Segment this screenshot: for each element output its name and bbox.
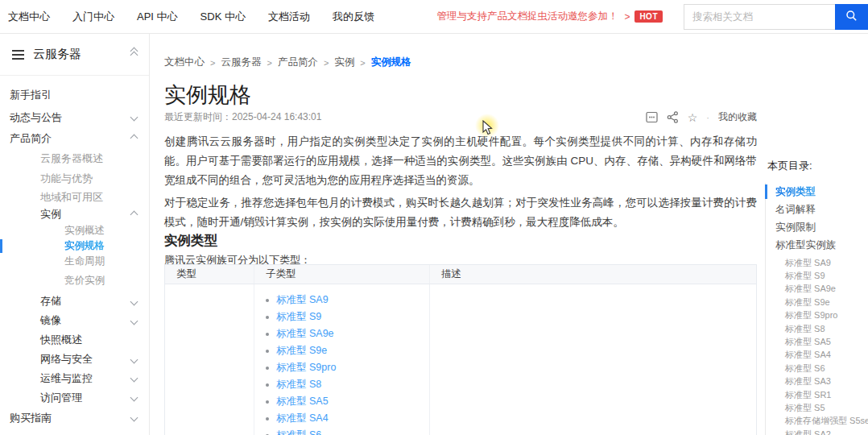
nav-getting-started-center[interactable]: 入门中心 <box>72 10 114 24</box>
sidebar-item-announcements[interactable]: 动态与公告 <box>0 106 149 128</box>
intro-paragraph-1: 创建腾讯云云服务器时，用户指定的实例类型决定了实例的主机硬件配置。每个实例类型提… <box>164 132 757 190</box>
last-updated-time: 2025-04-24 16:43:01 <box>232 111 321 122</box>
toc-item-standard-s8[interactable]: 标准型 S8 <box>766 322 868 335</box>
sidebar-item-purchase-guide[interactable]: 购买指南 <box>0 408 149 428</box>
breadcrumb-separator: > <box>324 58 329 68</box>
toc-item-glossary[interactable]: 名词解释 <box>766 201 868 218</box>
link-standard-sa9e[interactable]: 标准型 SA9e <box>276 327 334 341</box>
toc-item-standard-s9[interactable]: 标准型 S9 <box>766 269 868 282</box>
chevron-up-icon <box>130 135 138 143</box>
docs-page: 文档中心 入门中心 API 中心 SDK 中心 文档活动 我的反馈 管理与支持产… <box>0 0 868 435</box>
menu-hamburger-icon[interactable] <box>12 48 24 62</box>
list-item: 标准型 S6 <box>266 427 429 435</box>
my-favorites-link[interactable]: 我的收藏 <box>718 110 757 124</box>
subtype-link-list: 标准型 SA9 标准型 S9 标准型 SA9e 标准型 S9e 标准型 S9pr… <box>254 284 429 435</box>
breadcrumb-instances[interactable]: 实例 <box>334 56 354 69</box>
link-standard-sa9[interactable]: 标准型 SA9 <box>276 293 329 307</box>
toc-item-instance-types[interactable]: 实例类型 <box>766 183 868 201</box>
favorite-star-icon[interactable]: ☆ <box>688 112 698 123</box>
toc-item-instance-limits[interactable]: 实例限制 <box>766 218 868 236</box>
toc-item-standard-s6[interactable]: 标准型 S6 <box>766 362 868 375</box>
chevron-down-icon <box>130 414 138 422</box>
link-standard-sa5[interactable]: 标准型 SA5 <box>276 395 329 408</box>
sidebar-item-lifecycle[interactable]: 生命周期 <box>0 254 149 269</box>
list-item: 标准型 S9e <box>266 342 429 359</box>
chevron-down-icon <box>130 355 138 363</box>
chevron-up-icon <box>130 210 138 218</box>
sidebar-item-instances[interactable]: 实例 <box>0 205 149 223</box>
sidebar-item-instance-overview[interactable]: 实例概述 <box>0 223 149 238</box>
link-standard-s9[interactable]: 标准型 S9 <box>276 310 321 324</box>
sidebar-item-images[interactable]: 镜像 <box>0 311 149 330</box>
breadcrumb-separator: > <box>267 58 271 68</box>
bullet-icon <box>266 383 269 387</box>
sidebar-product-title: 云服务器 <box>33 47 81 62</box>
toc-item-standard-family[interactable]: 标准型实例族 <box>766 236 868 254</box>
sidebar-item-network-security[interactable]: 网络与安全 <box>0 350 149 369</box>
sidebar-item-instance-specs[interactable]: 实例规格 <box>0 238 149 254</box>
toc-item-standard-s5[interactable]: 标准型 S5 <box>766 401 868 414</box>
toc-item-standard-sa3[interactable]: 标准型 SA3 <box>766 375 868 388</box>
sidebar-item-snapshot-overview[interactable]: 快照概述 <box>0 330 149 350</box>
nav-my-feedback[interactable]: 我的反馈 <box>333 10 374 24</box>
chevron-down-icon <box>130 297 138 305</box>
sidebar-item-getting-started[interactable]: 新手指引 <box>0 84 149 106</box>
search-button[interactable] <box>835 4 868 30</box>
toc-item-standard-sa5[interactable]: 标准型 SA5 <box>766 335 868 348</box>
toc-list: 实例类型 名词解释 实例限制 标准型实例族 标准型 SA9 标准型 S9 标准型… <box>765 183 868 435</box>
table-header-subtype: 子类型 <box>254 265 430 284</box>
table-cell-subtypes: 标准型 SA9 标准型 S9 标准型 SA9e 标准型 S9e 标准型 S9pr… <box>254 284 430 435</box>
mouse-cursor <box>482 120 494 139</box>
sidebar-item-product-intro[interactable]: 产品简介 <box>0 128 149 148</box>
sidebar-item-regions-zones[interactable]: 地域和可用区 <box>0 188 149 205</box>
chevron-down-icon <box>130 114 138 122</box>
link-standard-sa4[interactable]: 标准型 SA4 <box>276 412 329 425</box>
list-item: 标准型 SA5 <box>266 393 429 410</box>
link-standard-s8[interactable]: 标准型 S8 <box>276 378 321 392</box>
nav-doc-center[interactable]: 文档中心 <box>8 10 50 24</box>
toc-item-standard-sa9e[interactable]: 标准型 SA9e <box>766 283 868 296</box>
collapse-all-icon[interactable] <box>131 51 137 59</box>
article-meta-row: 最近更新时间：2025-04-24 16:43:01 <box>164 110 757 124</box>
sidebar-item-spot-instances[interactable]: 竞价实例 <box>0 269 149 292</box>
table-header-description: 描述 <box>430 265 756 284</box>
toc-item-standard-sa9[interactable]: 标准型 SA9 <box>766 256 868 269</box>
table-header-type: 类型 <box>165 265 254 284</box>
hot-badge: HOT <box>634 10 663 23</box>
toc-item-standard-s9pro[interactable]: 标准型 S9pro <box>766 309 868 322</box>
sidebar-item-access-management[interactable]: 访问管理 <box>0 387 149 408</box>
nav-api-center[interactable]: API 中心 <box>137 10 178 24</box>
nav-sdk-center[interactable]: SDK 中心 <box>200 10 246 24</box>
breadcrumb-docs-home[interactable]: 文档中心 <box>164 56 205 69</box>
toc-item-standard-sa4[interactable]: 标准型 SA4 <box>766 349 868 362</box>
toc-item-standard-sr1[interactable]: 标准型 SR1 <box>766 388 868 401</box>
nav-doc-activity[interactable]: 文档活动 <box>268 10 310 24</box>
toc-item-storage-enhanced-s5se[interactable]: 标准存储增强型 S5se <box>766 415 868 428</box>
toc-item-standard-s9e[interactable]: 标准型 S9e <box>766 296 868 309</box>
share-icon[interactable] <box>667 111 679 123</box>
last-updated-label: 最近更新时间： <box>164 111 232 122</box>
sidebar: 云服务器 新手指引 动态与公告 产品简介 云服务器概述 功能与优势 地域和可用区… <box>0 34 150 435</box>
dot-separator: · <box>706 113 709 122</box>
link-standard-s6[interactable]: 标准型 S6 <box>276 429 321 435</box>
link-standard-s9pro[interactable]: 标准型 S9pro <box>276 361 336 375</box>
sidebar-header: 云服务器 <box>0 34 149 76</box>
search-icon <box>845 10 858 24</box>
sidebar-item-label: 网络与安全 <box>40 352 93 367</box>
sidebar-item-label: 镜像 <box>40 313 61 328</box>
sidebar-item-features[interactable]: 功能与优势 <box>0 168 149 188</box>
link-standard-s9e[interactable]: 标准型 S9e <box>276 344 327 358</box>
breadcrumb-product-intro[interactable]: 产品简介 <box>278 56 318 69</box>
breadcrumb-current-page: 实例规格 <box>371 56 411 69</box>
sidebar-item-ops-monitoring[interactable]: 运维与监控 <box>0 369 149 387</box>
sidebar-item-label: 购买指南 <box>10 411 52 425</box>
breadcrumb-cvm[interactable]: 云服务器 <box>221 56 261 69</box>
search-input[interactable] <box>684 4 835 30</box>
sidebar-item-label: 访问管理 <box>40 391 82 405</box>
sidebar-item-storage[interactable]: 存储 <box>0 292 149 311</box>
sidebar-item-label: 新手指引 <box>10 88 52 102</box>
promo-notice-link[interactable]: 管理与支持产品文档捉虫活动邀您参加！ <box>436 10 618 23</box>
doc-feedback-icon[interactable] <box>646 111 658 123</box>
sidebar-item-cvm-overview[interactable]: 云服务器概述 <box>0 148 149 168</box>
toc-item-standard-sa2[interactable]: 标准型 SA2 <box>766 428 868 435</box>
